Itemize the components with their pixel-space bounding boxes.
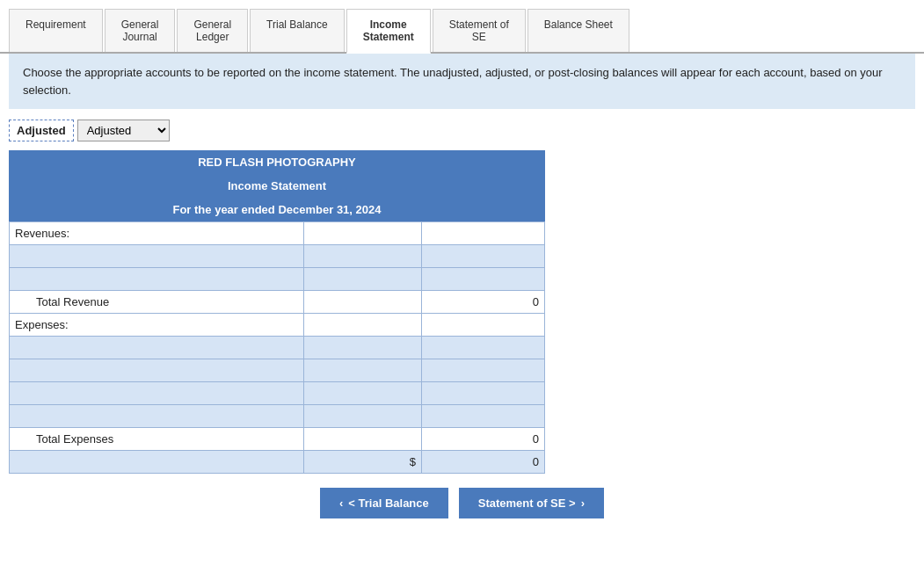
total-expenses-value: 0 — [421, 428, 544, 451]
prev-chevron-icon: ‹ — [339, 497, 343, 510]
tab-income-statement[interactable]: IncomeStatement — [346, 9, 431, 54]
tab-trial-balance[interactable]: Trial Balance — [250, 9, 345, 52]
next-button-label: Statement of SE > — [478, 497, 576, 510]
adjusted-dropdown[interactable]: Unadjusted Adjusted Post-closing — [77, 120, 170, 141]
revenue-row-1 — [10, 245, 545, 268]
total-revenue-label: Total Revenue — [10, 291, 304, 314]
total-expenses-row: Total Expenses 0 — [10, 428, 545, 451]
net-income-row: $ 0 — [10, 451, 545, 474]
total-revenue-mid — [303, 291, 421, 314]
total-expenses-label: Total Expenses — [10, 428, 304, 451]
revenues-label: Revenues: — [10, 222, 304, 245]
income-statement-table: RED FLASH PHOTOGRAPHY Income Statement F… — [9, 150, 545, 474]
prev-button-label: < Trial Balance — [348, 497, 428, 510]
expenses-label: Expenses: — [10, 314, 304, 337]
expense-row-3 — [10, 382, 545, 405]
expense-row-2 — [10, 359, 545, 382]
period-label: For the year ended December 31, 2024 — [9, 198, 545, 221]
tab-general-journal[interactable]: GeneralJournal — [105, 9, 176, 52]
next-chevron-icon: › — [581, 497, 585, 510]
info-banner: Choose the appropriate accounts to be re… — [9, 54, 915, 109]
tab-general-ledger[interactable]: GeneralLedger — [177, 9, 248, 52]
tab-statement-se[interactable]: Statement ofSE — [433, 9, 526, 52]
expenses-section-row: Expenses: — [10, 314, 545, 337]
next-button[interactable]: Statement of SE > › — [459, 488, 604, 518]
statement-title: Income Statement — [9, 174, 545, 198]
tab-requirement[interactable]: Requirement — [9, 9, 103, 52]
financial-table: Revenues: Total Revenue 0 Expenses: — [9, 221, 545, 474]
total-revenue-row: Total Revenue 0 — [10, 291, 545, 314]
dropdown-container: Adjusted Unadjusted Adjusted Post-closin… — [9, 120, 915, 141]
revenues-right-cell — [421, 222, 544, 245]
revenue-row-2 — [10, 268, 545, 291]
dropdown-label: Adjusted — [9, 120, 74, 141]
expense-row-4 — [10, 405, 545, 428]
prev-button[interactable]: ‹ < Trial Balance — [320, 488, 448, 518]
total-revenue-value: 0 — [421, 291, 544, 314]
total-expenses-mid — [303, 428, 421, 451]
revenues-mid-cell — [303, 222, 421, 245]
revenues-section-row: Revenues: — [10, 222, 545, 245]
expense-row-1 — [10, 337, 545, 359]
tab-balance-sheet[interactable]: Balance Sheet — [527, 9, 629, 52]
company-name: RED FLASH PHOTOGRAPHY — [9, 150, 545, 174]
net-income-value: 0 — [421, 451, 544, 474]
nav-buttons: ‹ < Trial Balance Statement of SE > › — [0, 488, 924, 518]
net-income-dollar: $ — [303, 451, 421, 474]
tabs-container: Requirement GeneralJournal GeneralLedger… — [0, 9, 924, 54]
